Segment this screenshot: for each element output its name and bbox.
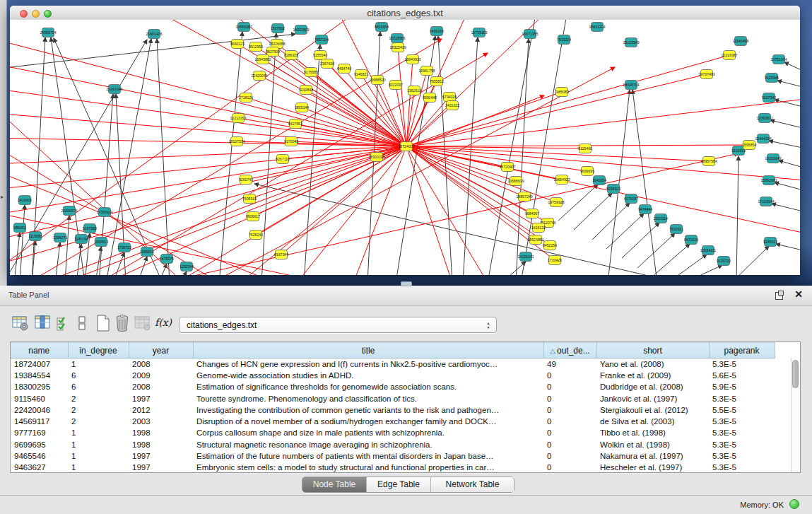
- graph-node[interactable]: 8912955: [249, 42, 263, 52]
- control-panel-collapsed-strip[interactable]: ▸: [0, 0, 7, 286]
- function-builder-icon[interactable]: f(x): [155, 317, 173, 335]
- graph-node[interactable]: 7632621: [669, 225, 683, 234]
- graph-node[interactable]: 7857224: [314, 35, 329, 45]
- show-columns-icon[interactable]: [34, 314, 52, 332]
- graph-node[interactable]: 8186328: [284, 51, 298, 60]
- graph-node[interactable]: 18807249: [516, 192, 532, 201]
- network-canvas[interactable]: 2405572420691406106552871527602160338097…: [10, 20, 800, 275]
- graph-node[interactable]: 16961758: [418, 66, 435, 76]
- graph-node[interactable]: 8906617: [246, 212, 260, 221]
- graph-node[interactable]: 7485083: [555, 88, 569, 97]
- table-row[interactable]: 2242004622012Investigating the contribut…: [11, 404, 775, 416]
- graph-node[interactable]: 7513224: [557, 35, 571, 45]
- graph-node[interactable]: 16671355: [522, 30, 538, 39]
- tab-node-table[interactable]: Node Table: [302, 477, 367, 492]
- graph-node[interactable]: 9155546: [313, 51, 327, 60]
- graph-node[interactable]: 1115686: [28, 232, 42, 241]
- row-height-icon[interactable]: [73, 314, 92, 332]
- tab-edge-table[interactable]: Edge Table: [367, 477, 431, 492]
- graph-node[interactable]: 8471626: [684, 235, 698, 245]
- graph-node[interactable]: 1995816: [140, 247, 154, 257]
- column-header-pagerank[interactable]: pagerank: [709, 343, 775, 358]
- graph-node[interactable]: 1350513: [94, 238, 108, 247]
- column-header-in_degree[interactable]: in_degree: [68, 343, 129, 358]
- table-row[interactable]: 1830029562008Estimation of significance …: [11, 381, 775, 392]
- graph-node[interactable]: 21053346: [106, 85, 122, 94]
- graph-node[interactable]: 9245012: [763, 238, 777, 247]
- graph-node[interactable]: 18631204: [589, 23, 605, 32]
- graph-node[interactable]: 8990448: [423, 93, 437, 103]
- expand-panel-arrow-icon[interactable]: ▸: [1, 194, 4, 200]
- table-row[interactable]: 946554611997Estimation of the future num…: [11, 450, 775, 462]
- graph-node[interactable]: 18640910: [404, 55, 420, 64]
- graph-node[interactable]: 1294275: [53, 233, 67, 243]
- graph-node[interactable]: 1527602: [271, 24, 285, 33]
- graph-node[interactable]: 1362615: [407, 86, 421, 95]
- graph-node[interactable]: 18300295: [368, 153, 384, 162]
- graph-node[interactable]: 18724007: [398, 142, 414, 151]
- graph-node[interactable]: 12213353: [230, 114, 246, 123]
- column-header-title[interactable]: title: [193, 343, 543, 358]
- graph-node[interactable]: 2933114: [654, 214, 668, 223]
- graph-node[interactable]: 12093872: [756, 114, 772, 123]
- graph-node[interactable]: 16543862: [254, 55, 271, 64]
- graph-node[interactable]: 16033809: [293, 25, 309, 35]
- graph-node[interactable]: 15123549: [623, 38, 639, 47]
- graph-node[interactable]: 7955812: [430, 77, 444, 86]
- graph-node[interactable]: 8813054: [375, 23, 389, 32]
- graph-node[interactable]: 9261743: [239, 175, 253, 185]
- table-selector-dropdown[interactable]: citations_edges.txt ▲▼: [179, 317, 497, 333]
- graph-node[interactable]: 985051: [13, 223, 25, 233]
- graph-node[interactable]: 8167344: [274, 250, 288, 259]
- graph-node[interactable]: 2367608: [320, 59, 334, 69]
- graph-node[interactable]: 2803144: [295, 103, 309, 112]
- graph-node[interactable]: 1615132: [531, 223, 546, 233]
- graph-node[interactable]: 10654111: [700, 246, 716, 255]
- graph-node[interactable]: 10655287: [235, 23, 252, 32]
- graph-node[interactable]: 18107534: [228, 137, 245, 146]
- table-row[interactable]: 1872400712008Changes of HCN gene express…: [11, 358, 775, 370]
- graph-node[interactable]: 16648794: [623, 81, 639, 90]
- graph-node[interactable]: 6179197: [624, 194, 638, 204]
- graph-node[interactable]: 1678275: [160, 255, 174, 264]
- table-mode-icon[interactable]: [11, 314, 30, 332]
- graph-node[interactable]: 19654923: [553, 175, 570, 185]
- graph-node[interactable]: 15524851: [527, 235, 543, 245]
- graph-node[interactable]: 24055724: [40, 28, 56, 37]
- graph-node[interactable]: 15720407: [499, 163, 515, 172]
- graph-node[interactable]: 9684067: [525, 209, 539, 218]
- table-row[interactable]: 969969511998Structural magnetic resonanc…: [11, 439, 775, 450]
- graph-node[interactable]: 11545498: [733, 37, 749, 46]
- table-row[interactable]: 946362711997Embryonic stem cells: a mode…: [11, 462, 775, 473]
- graph-node[interactable]: 1795722: [117, 243, 131, 252]
- graph-node[interactable]: 9115460: [578, 144, 592, 153]
- graph-node[interactable]: 8267110: [276, 155, 290, 164]
- graph-node[interactable]: 1595854: [742, 141, 756, 150]
- graph-node[interactable]: 20691406: [146, 30, 162, 39]
- vertical-scrollbar[interactable]: [791, 358, 800, 472]
- graph-node[interactable]: 8427552: [288, 119, 302, 129]
- graph-node[interactable]: 7625244: [249, 230, 263, 240]
- graph-node[interactable]: 15751074: [770, 55, 787, 64]
- float-window-icon[interactable]: [775, 291, 784, 299]
- graph-node[interactable]: 9170048: [284, 137, 298, 146]
- graph-node[interactable]: 1421022: [445, 101, 459, 110]
- scrollbar-thumb[interactable]: [792, 360, 799, 388]
- graph-node[interactable]: 1145194: [74, 235, 88, 244]
- graph-node[interactable]: 12444194: [755, 134, 771, 144]
- graph-node[interactable]: 18325419: [389, 43, 406, 52]
- graph-node[interactable]: 10688639: [507, 177, 524, 186]
- graph-node[interactable]: 19737493: [698, 70, 714, 79]
- table-row[interactable]: 911546021997Tourette syndrome. Phenomeno…: [11, 392, 775, 404]
- graph-node[interactable]: 1733426: [548, 256, 562, 265]
- select-columns-icon[interactable]: [55, 314, 73, 332]
- graph-node[interactable]: 8454749: [337, 64, 351, 74]
- graph-node[interactable]: 15892931: [760, 176, 777, 185]
- graph-node[interactable]: 9135720: [717, 257, 731, 266]
- column-header-year[interactable]: year: [129, 343, 193, 358]
- graph-node[interactable]: 1640954: [592, 176, 606, 185]
- graph-node[interactable]: 6794028: [442, 93, 457, 102]
- citation-graph[interactable]: 2405572420691406106552871527602160338097…: [10, 20, 800, 275]
- table-row[interactable]: 977716911998Corpus callosum shape and si…: [11, 427, 775, 438]
- graph-node[interactable]: 9175685: [304, 68, 318, 77]
